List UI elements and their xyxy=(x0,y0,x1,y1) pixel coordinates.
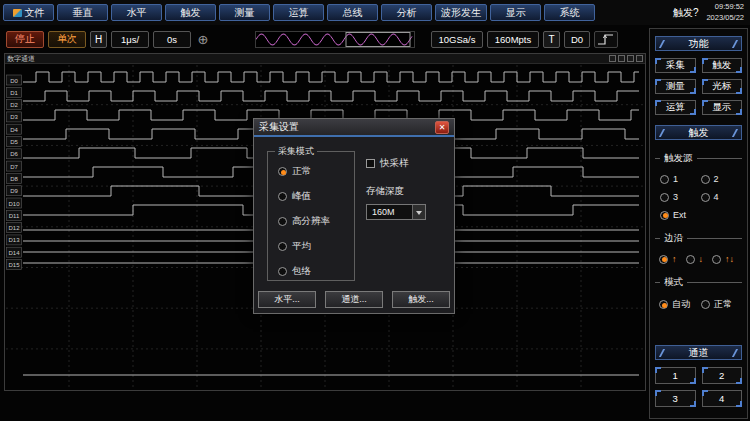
math-button[interactable]: 运算 xyxy=(655,100,696,115)
display-button[interactable]: 显示 xyxy=(702,100,743,115)
mode-label: 峰值 xyxy=(292,190,311,203)
menu-item-analyze[interactable]: 分析 xyxy=(381,4,432,21)
dialog-titlebar[interactable]: 采集设置 ✕ xyxy=(254,119,454,137)
fast-sample-checkbox[interactable]: 快采样 xyxy=(366,157,448,170)
source-label: 2 xyxy=(714,174,719,184)
trigger-button[interactable]: 触发 xyxy=(702,58,743,73)
source-option-4[interactable]: 4 xyxy=(701,192,738,202)
divider-line xyxy=(697,158,743,159)
waveform-preview[interactable] xyxy=(255,31,415,48)
mode-option-hires[interactable]: 高分辨率 xyxy=(278,215,330,228)
menu-item-trigger[interactable]: 触发 xyxy=(165,4,216,21)
trigger-t-button[interactable]: T xyxy=(543,31,560,48)
mode-label: 平均 xyxy=(292,240,311,253)
rising-edge-glyph xyxy=(597,33,615,46)
source-option-2[interactable]: 2 xyxy=(701,174,738,184)
source-option-3[interactable]: 3 xyxy=(660,192,697,202)
menu-item-system[interactable]: 系统 xyxy=(544,4,595,21)
edge-options: ↑ ↓ ↑↓ xyxy=(655,254,742,264)
trigger-source-field[interactable]: D0 xyxy=(564,31,590,48)
menu-item-wavegen[interactable]: 波形发生 xyxy=(435,4,487,21)
source-label: 3 xyxy=(673,192,678,202)
mode-normal-label: 正常 xyxy=(714,298,732,311)
svg-text:D4: D4 xyxy=(10,127,18,133)
mode-label: 高分辨率 xyxy=(292,215,330,228)
single-button[interactable]: 单次 xyxy=(48,31,86,48)
window-control-icon[interactable] xyxy=(636,55,643,62)
mode-auto-label: 自动 xyxy=(672,298,690,311)
radio-icon xyxy=(278,267,287,276)
radio-icon xyxy=(278,217,287,226)
menu-item-horizontal[interactable]: 水平 xyxy=(111,4,162,21)
waveform-titlebar: 数字通道 xyxy=(5,54,645,64)
window-control-icon[interactable] xyxy=(627,55,634,62)
source-option-ext[interactable]: Ext xyxy=(660,210,697,220)
mode-label: 模式 xyxy=(655,276,742,289)
radio-icon xyxy=(278,242,287,251)
channel-dialog-button[interactable]: 通道... xyxy=(325,291,383,308)
channel-1-button[interactable]: 1 xyxy=(655,367,696,384)
channel-4-button[interactable]: 4 xyxy=(702,390,743,407)
edge-option-falling[interactable]: ↓ xyxy=(686,254,704,264)
timebase-field[interactable]: 1μs/ xyxy=(111,31,149,48)
trigger-source-text: 触发源 xyxy=(664,152,693,165)
menu-label-file: 文件 xyxy=(25,6,45,20)
radio-icon xyxy=(660,175,669,184)
close-icon[interactable]: ✕ xyxy=(435,121,449,134)
menu-item-measure[interactable]: 测量 xyxy=(219,4,270,21)
stop-button[interactable]: 停止 xyxy=(6,31,44,48)
radio-icon xyxy=(686,255,695,264)
right-panel: 功能 采集 触发 测量 光标 运算 显示 触发 触发源 1 2 xyxy=(649,28,748,419)
acquisition-dialog: 采集设置 ✕ 采集模式 正常 峰值 高分辨率 xyxy=(253,118,455,314)
either-arrow-icon: ↑↓ xyxy=(725,254,734,264)
edge-text: 边沿 xyxy=(664,232,683,245)
rising-edge-icon[interactable] xyxy=(594,31,618,48)
mode-option-average[interactable]: 平均 xyxy=(278,240,330,253)
svg-text:D10: D10 xyxy=(8,201,20,207)
menu-item-math[interactable]: 运算 xyxy=(273,4,324,21)
horizontal-h-button[interactable]: H xyxy=(90,31,107,48)
menu-item-display[interactable]: 显示 xyxy=(490,4,541,21)
menu-item-file[interactable]: 文件 xyxy=(3,4,54,21)
radio-icon xyxy=(278,192,287,201)
edge-option-rising[interactable]: ↑ xyxy=(659,254,677,264)
fast-sample-label: 快采样 xyxy=(380,157,409,170)
trigger-dialog-button[interactable]: 触发... xyxy=(392,291,450,308)
offset-field[interactable]: 0s xyxy=(153,31,191,48)
mode-option-peak[interactable]: 峰值 xyxy=(278,190,330,203)
menu-item-bus[interactable]: 总线 xyxy=(327,4,378,21)
clock-date: 2023/05/22 xyxy=(706,13,744,23)
mode-option-auto[interactable]: 自动 xyxy=(659,298,690,311)
mode-option-normal[interactable]: 正常 xyxy=(701,298,732,311)
zoom-icon[interactable]: ⊕ xyxy=(195,32,211,47)
channel-3-button[interactable]: 3 xyxy=(655,390,696,407)
radio-icon xyxy=(701,175,710,184)
dialog-softkeys: 水平... 通道... 触发... xyxy=(258,291,450,308)
trigger-source-options: 1 2 3 4 Ext xyxy=(655,174,742,220)
clock-time: 09:59:52 xyxy=(706,2,744,12)
mode-option-envelope[interactable]: 包络 xyxy=(278,265,330,278)
cursor-button[interactable]: 光标 xyxy=(702,79,743,94)
acquire-button[interactable]: 采集 xyxy=(655,58,696,73)
edge-option-either[interactable]: ↑↓ xyxy=(712,254,734,264)
acquisition-mode-legend: 采集模式 xyxy=(275,145,317,158)
divider-line xyxy=(687,238,742,239)
svg-text:D8: D8 xyxy=(10,176,18,182)
window-control-icon[interactable] xyxy=(618,55,625,62)
menu-item-vertical[interactable]: 垂直 xyxy=(57,4,108,21)
dialog-body: 采集模式 正常 峰值 高分辨率 xyxy=(254,137,454,313)
radio-icon xyxy=(278,167,287,176)
source-label: 1 xyxy=(673,174,678,184)
horizontal-dialog-button[interactable]: 水平... xyxy=(258,291,316,308)
status-area: 触发? 09:59:52 2023/05/22 xyxy=(673,2,747,22)
memory-depth-value: 160Mpts xyxy=(487,31,539,48)
dialog-title: 采集设置 xyxy=(259,120,299,134)
waveform-title: 数字通道 xyxy=(7,54,35,64)
channel-2-button[interactable]: 2 xyxy=(702,367,743,384)
memory-depth-dropdown[interactable]: 160M xyxy=(366,204,426,220)
mode-option-normal[interactable]: 正常 xyxy=(278,165,330,178)
window-control-icon[interactable] xyxy=(609,55,616,62)
rising-arrow-icon: ↑ xyxy=(672,254,677,264)
measure-button[interactable]: 测量 xyxy=(655,79,696,94)
source-option-1[interactable]: 1 xyxy=(660,174,697,184)
